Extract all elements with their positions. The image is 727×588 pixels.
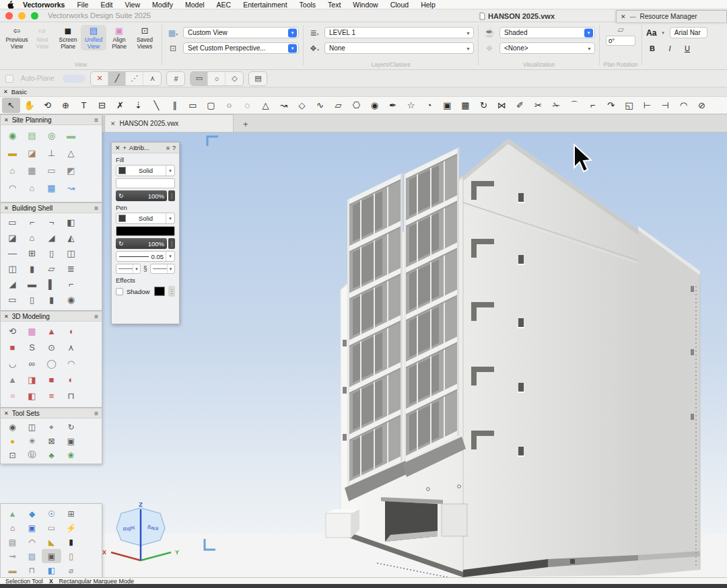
water-drop-icon[interactable]: ◆: [22, 507, 42, 521]
rectangle-tool[interactable]: ▭: [184, 98, 202, 113]
close-icon[interactable]: ✕: [4, 205, 9, 211]
camera-tool[interactable]: ▣: [61, 434, 81, 448]
span-tool[interactable]: ⊣: [656, 98, 674, 113]
working-plane-tool[interactable]: ▦: [22, 323, 42, 339]
previous-view-button[interactable]: ⇦ Previous View: [4, 25, 30, 50]
join-tool[interactable]: ⊢: [638, 98, 656, 113]
italic-button[interactable]: I: [665, 44, 674, 52]
handsaw-icon[interactable]: ◣: [42, 535, 61, 549]
palette-header[interactable]: ✕ + Attrib... ≡ ?: [112, 143, 179, 153]
drawing-canvas[interactable]: Right Back Z X Y: [0, 133, 727, 577]
triangle-tool[interactable]: △: [256, 98, 275, 113]
screw-icon[interactable]: ⌀: [61, 563, 81, 577]
render-mode-dropdown[interactable]: Shaded ▾: [499, 27, 595, 38]
shell-tool[interactable]: ◡: [3, 355, 22, 371]
pen-style-dropdown[interactable]: Solid ▼: [116, 213, 175, 224]
underline-button[interactable]: U: [683, 44, 692, 52]
document-tab[interactable]: ✕ HANSON 2025.vwx: [104, 114, 234, 132]
barn-icon[interactable]: ⌂: [3, 521, 22, 535]
stair-tool[interactable]: ≣: [61, 261, 81, 277]
window-grid-icon[interactable]: ⊞: [61, 507, 81, 521]
circle-tool[interactable]: ○: [220, 98, 238, 113]
cube-tool[interactable]: ■: [42, 371, 61, 388]
add-icon[interactable]: +: [123, 145, 127, 151]
camera-detail-icon[interactable]: ▣: [42, 549, 61, 563]
menu-item[interactable]: Text: [322, 1, 347, 9]
rectangular-marquee-mode[interactable]: ▭: [191, 72, 208, 85]
menu-icon[interactable]: ≡: [94, 116, 98, 124]
arc-by-points-tool[interactable]: ◠: [674, 98, 693, 113]
align-plane-button[interactable]: ▣ Align Plane: [106, 25, 132, 50]
3d-locus-tool[interactable]: ⋏: [61, 339, 81, 355]
stake-tool[interactable]: ⊥: [42, 144, 61, 161]
fill-color-swatch[interactable]: [116, 178, 175, 188]
pilaster-tool[interactable]: ▌: [42, 277, 61, 292]
start-marker-dropdown[interactable]: ▼: [116, 264, 141, 274]
saved-views-button[interactable]: ⊡ Saved Views: [132, 25, 158, 50]
site-model-tool[interactable]: ◪: [22, 144, 42, 161]
awning-icon[interactable]: ◠: [22, 535, 42, 549]
landscape-area-tool[interactable]: ▤: [22, 126, 42, 144]
pan-tool[interactable]: ✋: [20, 98, 38, 113]
view-bar-icon[interactable]: ▦▾: [166, 28, 180, 38]
axis-mode[interactable]: ⋏: [143, 72, 161, 85]
loft-surface-tool[interactable]: ∞: [22, 355, 42, 371]
shadow-menu-button[interactable]: ⋮: [168, 286, 175, 297]
curved-stair-tool[interactable]: ◉: [61, 292, 81, 307]
close-window-button[interactable]: [5, 12, 13, 20]
door-sidelight-tool[interactable]: ◫: [3, 261, 22, 277]
freehand-tool[interactable]: ∿: [311, 98, 329, 113]
roof-tool[interactable]: ⌂: [22, 230, 42, 246]
shadow-color-swatch[interactable]: [154, 287, 165, 296]
nurbs-surface-tool[interactable]: ≈: [3, 388, 22, 404]
text-tool[interactable]: T: [75, 98, 93, 113]
corner-post-tool[interactable]: ⌐: [61, 277, 81, 292]
line-weight-dropdown[interactable]: 0.05 ▼: [116, 251, 175, 262]
select-similar-tool[interactable]: ◔: [420, 98, 438, 113]
stacked-solids-tool[interactable]: ≡: [42, 388, 61, 404]
massing-model-tool[interactable]: ⌂: [3, 161, 22, 179]
zoom-tool[interactable]: ⊕: [57, 98, 75, 113]
window-wall-tool[interactable]: ▮: [22, 261, 42, 277]
monitor-icon[interactable]: ▣: [22, 521, 42, 535]
extrude-along-path-tool[interactable]: ◨: [22, 371, 42, 388]
grille-icon[interactable]: ▤: [3, 535, 22, 549]
slab-tool[interactable]: ◪: [3, 230, 22, 246]
framing-member-tool[interactable]: ▭: [3, 292, 22, 307]
menu-icon[interactable]: ≡: [94, 313, 98, 320]
split-tool[interactable]: ✁: [547, 98, 565, 113]
column-tool[interactable]: ▮: [42, 292, 61, 307]
fill-style-dropdown[interactable]: Solid ▼: [116, 165, 175, 176]
close-icon[interactable]: ✕: [621, 13, 626, 20]
layer-dropdown[interactable]: LEVEL 1 ▼: [324, 27, 474, 38]
fillet-edge-tool[interactable]: ⊓: [61, 388, 81, 404]
flyover-tool-set[interactable]: ◉: [3, 420, 22, 434]
existing-tree-tool[interactable]: ◉: [3, 126, 22, 144]
door-tool[interactable]: ▯: [42, 246, 61, 261]
fence-tool[interactable]: ▦: [22, 161, 42, 179]
machine-icon[interactable]: ◧: [42, 563, 61, 577]
menu-item[interactable]: File: [71, 1, 94, 9]
resource-manager-panel[interactable]: ✕ — Resource Manager: [616, 10, 727, 22]
pen-opacity-slider[interactable]: ↻ 100%: [116, 238, 167, 249]
menu-item[interactable]: Modify: [146, 1, 179, 9]
auto-plane-checkbox[interactable]: [5, 75, 13, 83]
magic-wand-tool[interactable]: ☆: [402, 98, 420, 113]
controller-icon[interactable]: ▭: [42, 521, 61, 535]
snap-disable-mode[interactable]: ✕: [91, 72, 108, 85]
menu-item[interactable]: AEC: [211, 1, 238, 9]
palette-header[interactable]: ✕ Site Planning ≡: [1, 115, 102, 125]
double-line-tool[interactable]: ∥: [166, 98, 184, 113]
curtain-wall-tool[interactable]: ⊞: [22, 246, 42, 261]
eyedropper-tool[interactable]: ✒: [384, 98, 402, 113]
roof-face-tool[interactable]: ◢: [42, 230, 61, 246]
fill-opacity-slider[interactable]: ↻ 100%: [116, 190, 167, 201]
survey-input-tool[interactable]: △: [61, 144, 81, 161]
extrude-shape-tool[interactable]: ◰: [22, 462, 42, 464]
close-icon[interactable]: ✕: [4, 117, 9, 123]
chamfer-tool[interactable]: ⌐: [584, 98, 602, 113]
multiple-points-mode[interactable]: ⋰: [126, 72, 143, 85]
hardscape-tool[interactable]: ▭: [42, 161, 61, 179]
light-tool[interactable]: ●: [3, 434, 22, 448]
fill-opacity-menu-button[interactable]: ⋮: [168, 190, 175, 201]
